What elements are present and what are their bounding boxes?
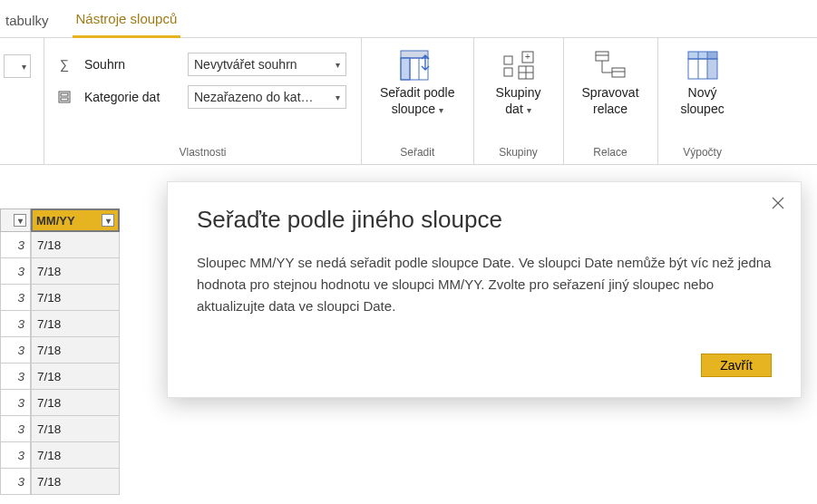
table-row[interactable]: 37/18 [0,416,127,442]
souhrn-value: Nevytvářet souhrn [194,57,297,72]
new-column-icon [685,47,721,83]
column-header-mmyy[interactable]: MM/YY ▾ [31,208,120,232]
kategorie-label: Kategorie dat [84,90,175,104]
table-row[interactable]: 37/18 [0,258,127,285]
new-column-button[interactable]: Nový sloupec [671,47,734,117]
table-row[interactable]: 37/18 [0,363,127,390]
cell-a[interactable]: 3 [0,469,31,495]
svg-rect-24 [707,52,717,79]
cell-a[interactable]: 3 [0,390,31,416]
cell-b[interactable]: 7/18 [31,416,120,442]
svg-rect-15 [596,52,608,61]
error-dialog: Seřaďte podle jiného sloupce Sloupec MM/… [167,181,802,398]
tab-nastroje-sloupcu[interactable]: Nástroje sloupců [73,4,181,38]
filter-icon[interactable]: ▾ [102,214,114,227]
filter-icon[interactable]: ▾ [14,214,26,227]
close-icon [772,197,784,209]
sort-table-icon [399,47,435,83]
chevron-down-icon: ▾ [527,105,531,115]
cell-b[interactable]: 7/18 [31,363,120,390]
unknown-dropdown[interactable]: ▾ [4,54,31,78]
souhrn-select[interactable]: Nevytvářet souhrn ▾ [188,53,346,76]
group-label-seradit: Seřadit [400,142,434,160]
chevron-down-icon: ▾ [22,62,26,72]
svg-rect-4 [401,58,410,80]
column-header-label: MM/YY [36,214,75,228]
souhrn-label: Souhrn [84,57,175,72]
chevron-down-icon: ▾ [336,60,340,70]
relations-icon [592,47,628,83]
table-row[interactable]: 37/18 [0,469,127,495]
cell-b[interactable]: 7/18 [31,337,120,363]
cell-b[interactable]: 7/18 [31,390,120,416]
cell-b[interactable]: 7/18 [31,285,120,311]
group-label-skupiny: Skupiny [499,142,538,160]
cell-a[interactable]: 3 [0,258,31,285]
data-grid: ▾ MM/YY ▾ 37/1837/1837/1837/1837/1837/18… [0,208,127,495]
category-icon [57,91,72,103]
ribbon-tabs: tabulky Nástroje sloupců [0,0,817,38]
dialog-body: Sloupec MM/YY se nedá seřadit podle slou… [197,252,772,317]
kategorie-select[interactable]: Nezařazeno do kat… ▾ [188,85,346,109]
ribbon: ▾ ∑ Souhrn Nevytvářet souhrn ▾ Kategorie… [0,38,817,165]
chevron-down-icon: ▾ [336,92,340,102]
table-row[interactable]: 37/18 [0,390,127,416]
cell-b[interactable]: 7/18 [31,442,120,469]
table-row[interactable]: 37/18 [0,285,127,311]
cell-a[interactable]: 3 [0,232,31,258]
sigma-icon: ∑ [57,57,72,72]
cell-b[interactable]: 7/18 [31,232,120,258]
table-row[interactable]: 37/18 [0,232,127,258]
svg-rect-17 [612,68,625,77]
cell-b[interactable]: 7/18 [31,469,120,495]
tab-tabulky[interactable]: tabulky [2,5,53,37]
group-label-vypocty: Výpočty [683,142,722,160]
chevron-down-icon: ▾ [439,105,443,115]
group-label-relace: Relace [593,142,627,160]
cell-a[interactable]: 3 [0,363,31,390]
cell-a[interactable]: 3 [0,416,31,442]
groups-icon: + [501,47,537,83]
column-header-a[interactable]: ▾ [0,208,31,232]
svg-rect-2 [61,98,68,101]
dialog-close-confirm-button[interactable]: Zavřít [701,354,772,377]
cell-a[interactable]: 3 [0,311,31,337]
sort-by-column-button[interactable]: Seřadit podle sloupce ▾ [374,47,461,117]
svg-rect-9 [504,68,512,76]
table-row[interactable]: 37/18 [0,337,127,363]
svg-rect-1 [61,93,68,96]
svg-text:+: + [525,52,530,62]
table-row[interactable]: 37/18 [0,311,127,337]
table-row[interactable]: 37/18 [0,442,127,469]
kategorie-value: Nezařazeno do kat… [194,90,314,104]
dialog-close-button[interactable] [768,193,788,213]
data-groups-button[interactable]: + Skupiny dat ▾ [487,47,550,117]
dialog-title: Seřaďte podle jiného sloupce [197,206,772,234]
manage-relations-button[interactable]: Spravovat relace [577,47,645,117]
svg-rect-8 [504,56,512,64]
cell-a[interactable]: 3 [0,442,31,469]
cell-b[interactable]: 7/18 [31,258,120,285]
cell-a[interactable]: 3 [0,337,31,363]
group-label-vlastnosti: Vlastnosti [179,142,226,160]
cell-a[interactable]: 3 [0,285,31,311]
cell-b[interactable]: 7/18 [31,311,120,337]
